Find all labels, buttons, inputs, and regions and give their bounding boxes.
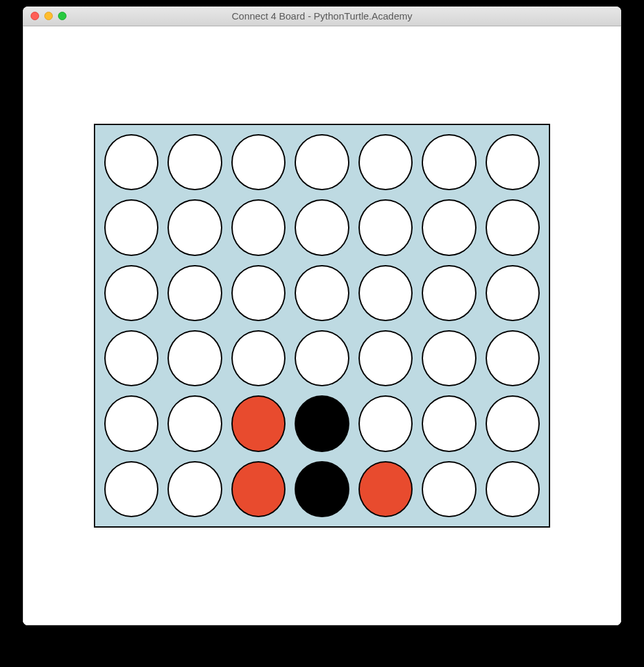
board-cell-r4-c6[interactable] xyxy=(486,395,540,451)
board-cell-r5-c1[interactable] xyxy=(168,461,222,517)
board-cell-r2-c3[interactable] xyxy=(295,265,349,321)
board-cell-r3-c5[interactable] xyxy=(422,330,476,386)
board-cell-r5-c5[interactable] xyxy=(422,461,476,517)
titlebar[interactable]: Connect 4 Board - PythonTurtle.Academy xyxy=(23,7,621,26)
board-cell-r4-c5[interactable] xyxy=(422,395,476,451)
board-cell-r4-c1[interactable] xyxy=(168,395,222,451)
board-cell-r1-c4[interactable] xyxy=(359,199,413,255)
board-cell-r2-c6[interactable] xyxy=(486,265,540,321)
application-window: Connect 4 Board - PythonTurtle.Academy xyxy=(23,7,621,625)
board-cell-r1-c3[interactable] xyxy=(295,199,349,255)
board-cell-r5-c4[interactable] xyxy=(359,461,413,517)
board-cell-r0-c3[interactable] xyxy=(295,134,349,190)
board-cell-r5-c6[interactable] xyxy=(486,461,540,517)
board-cell-r1-c2[interactable] xyxy=(231,199,285,255)
board-cell-r5-c2[interactable] xyxy=(231,461,285,517)
board-cell-r0-c6[interactable] xyxy=(486,134,540,190)
board-cell-r4-c3[interactable] xyxy=(295,395,349,451)
board-cell-r0-c0[interactable] xyxy=(104,134,158,190)
board-cell-r2-c4[interactable] xyxy=(359,265,413,321)
board-cell-r4-c0[interactable] xyxy=(104,395,158,451)
connect4-board[interactable] xyxy=(94,124,550,528)
board-cell-r0-c1[interactable] xyxy=(168,134,222,190)
board-cell-r3-c3[interactable] xyxy=(295,330,349,386)
board-cell-r1-c0[interactable] xyxy=(104,199,158,255)
window-content xyxy=(23,26,621,625)
board-cell-r0-c4[interactable] xyxy=(359,134,413,190)
board-cell-r4-c4[interactable] xyxy=(359,395,413,451)
board-cell-r5-c3[interactable] xyxy=(295,461,349,517)
minimize-button[interactable] xyxy=(44,12,53,20)
board-cell-r3-c0[interactable] xyxy=(104,330,158,386)
maximize-button[interactable] xyxy=(58,12,66,20)
board-cell-r3-c2[interactable] xyxy=(231,330,285,386)
board-cell-r0-c2[interactable] xyxy=(231,134,285,190)
board-cell-r1-c6[interactable] xyxy=(486,199,540,255)
board-cell-r4-c2[interactable] xyxy=(231,395,285,451)
board-cell-r3-c1[interactable] xyxy=(168,330,222,386)
board-cell-r5-c0[interactable] xyxy=(104,461,158,517)
board-cell-r2-c2[interactable] xyxy=(231,265,285,321)
board-cell-r3-c4[interactable] xyxy=(359,330,413,386)
window-title: Connect 4 Board - PythonTurtle.Academy xyxy=(23,10,621,21)
board-cell-r2-c0[interactable] xyxy=(104,265,158,321)
close-button[interactable] xyxy=(31,12,39,20)
board-cell-r1-c5[interactable] xyxy=(422,199,476,255)
board-cell-r1-c1[interactable] xyxy=(168,199,222,255)
board-cell-r2-c1[interactable] xyxy=(168,265,222,321)
board-cell-r2-c5[interactable] xyxy=(422,265,476,321)
board-cell-r3-c6[interactable] xyxy=(486,330,540,386)
board-cell-r0-c5[interactable] xyxy=(422,134,476,190)
traffic-lights xyxy=(23,12,66,20)
